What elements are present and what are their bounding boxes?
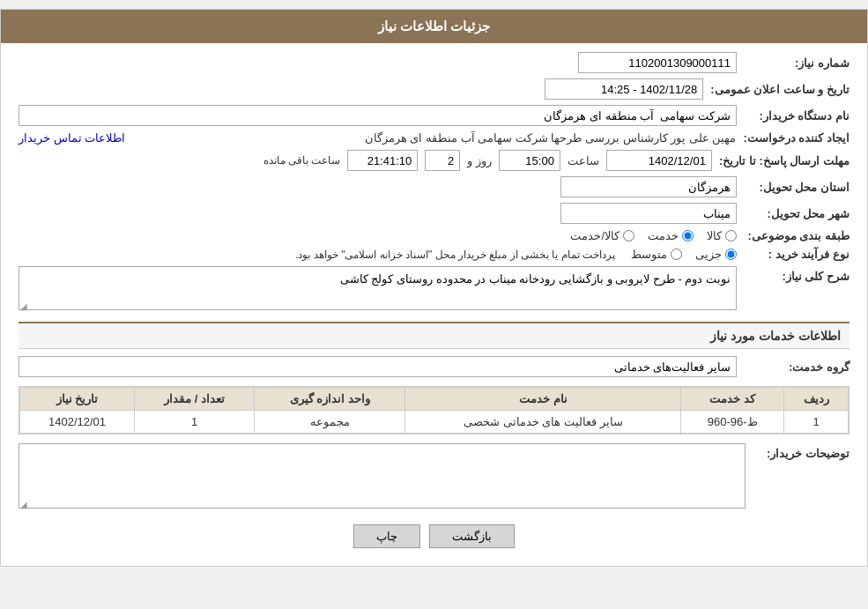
page-title: جزئیات اطلاعات نیاز (378, 19, 490, 33)
mohlat-label: مهلت ارسال پاسخ: تا تاریخ: (719, 154, 849, 167)
shahr-label: شهر محل تحویل: (744, 207, 849, 220)
radio-motaset-input[interactable] (671, 249, 682, 260)
ijad-konande-row: ایجاد کننده درخواست: مهین علی پور کارشنا… (19, 131, 849, 145)
tabaqe-row: طبقه بندی موضوعی: کالا/خدمت خدمت کالا (19, 229, 849, 242)
radio-khadamat-item: خدمت (648, 229, 694, 242)
shomara-niaz-input[interactable] (578, 52, 737, 73)
tarikhe-elaan-input[interactable] (545, 78, 703, 100)
radio-motaset-label: متوسط (631, 248, 667, 261)
table-cell: سایر فعالیت های خدماتی شخصی (405, 411, 681, 434)
ostan-row: استان محل تحویل: (19, 176, 849, 197)
ijad-konande-value: مهین علی پور کارشناس بررسی طرحها شرکت سه… (132, 131, 736, 145)
table-cell: ط-96-960 (681, 411, 784, 434)
col-unit: واحد اندازه گیری (255, 388, 405, 411)
footer-buttons: بازگشت چاپ (19, 524, 849, 548)
toosihat-resize-icon: ◢ (20, 500, 27, 509)
tarikhe-elaan-row: تاریخ و ساعت اعلان عمومی: (19, 78, 849, 100)
radio-khadamat-input[interactable] (682, 230, 694, 241)
services-table: ردیف کد خدمت نام خدمت واحد اندازه گیری ت… (19, 387, 849, 434)
gorooh-khadamat-input[interactable] (19, 356, 737, 377)
roz-input[interactable] (425, 150, 460, 171)
back-button[interactable]: بازگشت (429, 524, 515, 548)
radio-khadamat-label: خدمت (648, 229, 679, 242)
sharh-wrapper: ◢ (19, 266, 737, 313)
gorooh-khadamat-row: گروه خدمت: (19, 356, 849, 377)
ostan-label: استان محل تحویل: (744, 181, 849, 194)
table-header-row: ردیف کد خدمت نام خدمت واحد اندازه گیری ت… (20, 388, 849, 411)
nam-dastgah-row: نام دستگاه خریدار: (19, 105, 849, 126)
toosihat-wrapper: ◢ (19, 443, 746, 511)
gorooh-khadamat-label: گروه خدمت: (744, 360, 849, 374)
tarikhe-elaan-label: تاریخ و ساعت اعلان عمومی: (710, 83, 849, 96)
col-radif: ردیف (784, 388, 849, 411)
col-date: تاریخ نیاز (20, 388, 135, 411)
remaining-label: ساعت باقی مانده (263, 154, 341, 167)
radio-jozei-input[interactable] (725, 249, 737, 260)
content-area: شماره نیاز: تاریخ و ساعت اعلان عمومی: نا… (1, 43, 867, 566)
nooe-farayand-label: نوع فرآیند خرید : (744, 248, 849, 261)
col-code: کد خدمت (681, 388, 784, 411)
table-cell: 1402/12/01 (20, 411, 135, 434)
radio-kala-khadamat-label: کالا/خدمت (570, 229, 619, 242)
nooe-farayand-row: نوع فرآیند خرید : متوسط جزیی پرداخت تمام… (19, 248, 849, 261)
shomara-niaz-row: شماره نیاز: (19, 52, 849, 73)
services-table-wrapper: ردیف کد خدمت نام خدمت واحد اندازه گیری ت… (19, 386, 849, 434)
time-label: ساعت (568, 154, 599, 167)
radio-kala-input[interactable] (725, 230, 737, 241)
nam-dastgah-label: نام دستگاه خریدار: (744, 109, 849, 123)
shahr-row: شهر محل تحویل: (19, 203, 849, 224)
table-body: 1ط-96-960سایر فعالیت های خدماتی شخصیمجمو… (20, 411, 849, 434)
col-name: نام خدمت (405, 388, 681, 411)
roz-label: روز و (467, 154, 492, 167)
shahr-input[interactable] (560, 203, 737, 224)
farayand-radio-group: متوسط جزیی (631, 248, 737, 261)
radio-kala-label: کالا (707, 229, 722, 242)
resize-icon: ◢ (20, 301, 27, 311)
ijad-konande-label: ایجاد کننده درخواست: (743, 131, 849, 145)
radio-jozei-label: جزیی (695, 248, 722, 261)
tabaqe-radio-group: کالا/خدمت خدمت کالا (570, 229, 737, 242)
radio-motaset-item: متوسط (631, 248, 682, 261)
table-cell: مجموعه (255, 411, 405, 434)
table-cell: 1 (784, 411, 849, 434)
shomara-niaz-label: شماره نیاز: (744, 56, 849, 70)
nam-dastgah-input[interactable] (19, 105, 737, 126)
radio-jozei-item: جزیی (695, 248, 737, 261)
remaining-time-input[interactable] (347, 150, 418, 171)
tabaqe-label: طبقه بندی موضوعی: (744, 229, 849, 242)
mohlat-row: مهلت ارسال پاسخ: تا تاریخ: ساعت روز و سا… (19, 150, 849, 171)
process-note: پرداخت تمام یا بخشی از مبلغ خریدار محل "… (295, 249, 615, 261)
date-input[interactable] (606, 150, 712, 171)
page-wrapper: جزئیات اطلاعات نیاز شماره نیاز: تاریخ و … (0, 9, 868, 567)
radio-kala-khadamat-item: کالا/خدمت (570, 229, 634, 242)
table-cell: 1 (135, 411, 255, 434)
time-input[interactable] (499, 150, 560, 171)
toosihat-row: توضیحات خریدار: ◢ (19, 443, 849, 511)
ostan-input[interactable] (560, 176, 737, 197)
page-header: جزئیات اطلاعات نیاز (1, 10, 867, 43)
sharh-label: شرح کلی نیاز: (744, 270, 849, 283)
table-row: 1ط-96-960سایر فعالیت های خدماتی شخصیمجمو… (20, 411, 849, 434)
toosihat-label: توضیحات خریدار: (753, 447, 849, 460)
khadamat-section-header: اطلاعات خدمات مورد نیاز (19, 322, 849, 349)
toosihat-textarea[interactable] (19, 443, 746, 509)
col-count: تعداد / مقدار (135, 388, 255, 411)
sharh-textarea[interactable] (19, 266, 737, 310)
radio-kala-khadamat-input[interactable] (623, 230, 634, 241)
ettelaat-tamas-link[interactable]: اطلاعات تماس خریدار (19, 131, 125, 145)
print-button[interactable]: چاپ (353, 524, 420, 548)
radio-kala-item: کالا (707, 229, 737, 242)
sharh-row: شرح کلی نیاز: ◢ (19, 266, 849, 313)
